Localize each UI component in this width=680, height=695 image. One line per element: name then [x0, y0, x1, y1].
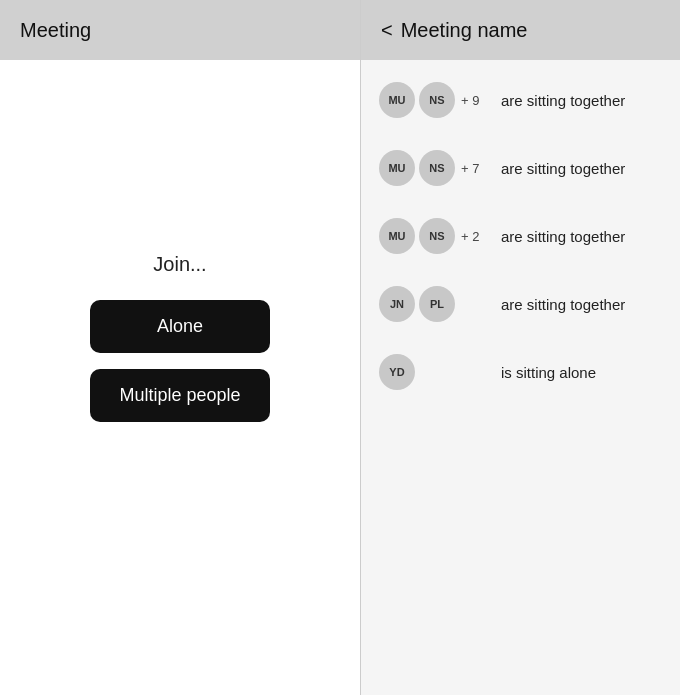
right-content: MUNS+ 9are sitting togetherMUNS+ 7are si… [361, 60, 680, 695]
group-status: are sitting together [501, 160, 662, 177]
count-badge: + 9 [461, 93, 479, 108]
count-badge: + 7 [461, 161, 479, 176]
alone-button[interactable]: Alone [90, 300, 270, 353]
back-arrow-icon[interactable]: < [381, 19, 393, 42]
avatars-group: MUNS+ 7 [379, 150, 489, 186]
group-row[interactable]: MUNS+ 9are sitting together [371, 76, 670, 124]
avatar: PL [419, 286, 455, 322]
avatars-group: JNPL [379, 286, 489, 322]
group-row[interactable]: MUNS+ 2are sitting together [371, 212, 670, 260]
join-label: Join... [153, 253, 206, 276]
avatar: MU [379, 218, 415, 254]
right-panel: < Meeting name MUNS+ 9are sitting togeth… [360, 0, 680, 695]
avatar: NS [419, 218, 455, 254]
avatar: MU [379, 82, 415, 118]
avatar: NS [419, 82, 455, 118]
group-status: is sitting alone [501, 364, 662, 381]
avatars-group: YD [379, 354, 489, 390]
right-header: < Meeting name [361, 0, 680, 60]
group-status: are sitting together [501, 228, 662, 245]
group-status: are sitting together [501, 296, 662, 313]
left-content: Join... Alone Multiple people [0, 60, 360, 695]
left-header: Meeting [0, 0, 360, 60]
group-row[interactable]: MUNS+ 7are sitting together [371, 144, 670, 192]
group-status: are sitting together [501, 92, 662, 109]
right-header-title: Meeting name [401, 19, 528, 42]
left-header-title: Meeting [20, 19, 91, 42]
multiple-people-button[interactable]: Multiple people [90, 369, 270, 422]
group-row[interactable]: YDis sitting alone [371, 348, 670, 396]
avatar: NS [419, 150, 455, 186]
left-panel: Meeting Join... Alone Multiple people [0, 0, 360, 695]
count-badge: + 2 [461, 229, 479, 244]
group-row[interactable]: JNPLare sitting together [371, 280, 670, 328]
app-container: Meeting Join... Alone Multiple people < … [0, 0, 680, 695]
avatar: MU [379, 150, 415, 186]
avatars-group: MUNS+ 2 [379, 218, 489, 254]
avatar: JN [379, 286, 415, 322]
avatars-group: MUNS+ 9 [379, 82, 489, 118]
avatar: YD [379, 354, 415, 390]
